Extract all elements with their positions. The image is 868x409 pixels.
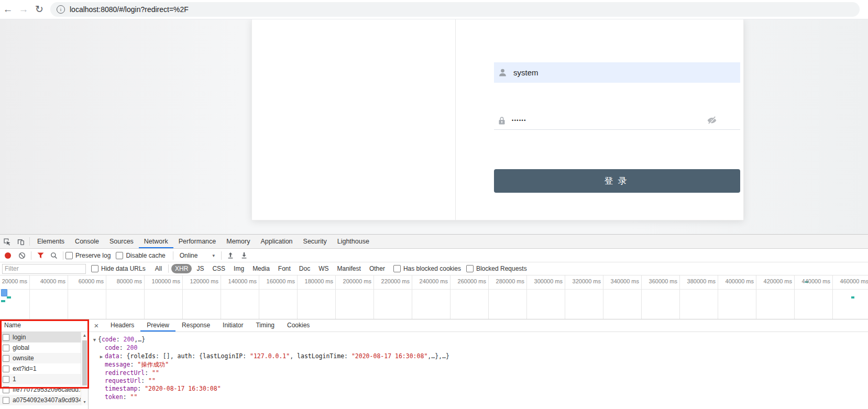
page-info-icon[interactable]: i	[57, 5, 65, 14]
devtools-tab-security[interactable]: Security	[298, 235, 332, 248]
devtools-tabs: ElementsConsoleSourcesNetworkPerformance…	[32, 235, 375, 249]
filter-type-media[interactable]: Media	[249, 264, 273, 273]
filter-type-font[interactable]: Font	[274, 264, 294, 273]
filter-type-ws[interactable]: WS	[315, 264, 332, 273]
preview-line[interactable]: ▶data: {roleIds: [], auth: {lastLoginIP:…	[91, 352, 868, 361]
request-list-scrollbar[interactable]: ▲ ▾	[81, 332, 88, 405]
request-checkbox[interactable]	[3, 376, 9, 383]
preview-line[interactable]: ▼{code: 200,…}	[91, 336, 868, 344]
devtools-tab-network[interactable]: Network	[139, 235, 173, 248]
preview-line[interactable]: requestUrl: ""	[91, 377, 868, 385]
user-icon	[498, 68, 507, 77]
timeline-tick-label: 160000 ms	[253, 278, 295, 284]
preview-line[interactable]: message: "操作成功"	[91, 361, 868, 369]
preview-line[interactable]: timestamp: "2020-08-17 16:30:08"	[91, 385, 868, 393]
json-token: ""	[152, 369, 159, 377]
devtools-panel: ElementsConsoleSourcesNetworkPerformance…	[0, 234, 868, 409]
devtools-tab-memory[interactable]: Memory	[221, 235, 255, 248]
filter-funnel-icon[interactable]	[34, 249, 47, 262]
login-button[interactable]: 登录	[494, 169, 740, 193]
disable-cache-checkbox[interactable]	[116, 252, 123, 259]
request-checkbox[interactable]	[3, 386, 9, 393]
request-list-panel: Name loginglobalownsiteext?id=11ffe77072…	[0, 319, 89, 409]
filter-type-css[interactable]: CSS	[208, 264, 229, 273]
detail-tab-preview[interactable]: Preview	[140, 319, 175, 331]
filter-type-xhr[interactable]: XHR	[171, 264, 192, 273]
record-button[interactable]	[5, 252, 11, 259]
detail-tab-headers[interactable]: Headers	[104, 319, 140, 331]
close-icon[interactable]: ×	[92, 321, 101, 330]
url-text[interactable]: localhost:8080/#/login?redirect=%2F	[70, 5, 189, 14]
devtools-tab-console[interactable]: Console	[70, 235, 104, 248]
request-row[interactable]: ownsite	[0, 353, 88, 363]
address-bar[interactable]: i localhost:8080/#/login?redirect=%2F	[50, 2, 860, 17]
toggle-password-visibility-icon[interactable]	[707, 115, 717, 126]
request-row[interactable]: 1	[0, 374, 88, 384]
filter-input[interactable]	[2, 264, 86, 274]
has-blocked-cookies-checkbox[interactable]	[393, 265, 401, 272]
import-har-icon[interactable]	[224, 249, 237, 262]
blocked-requests-label: Blocked Requests	[476, 265, 527, 272]
screen: ← → ↻ i localhost:8080/#/login?redirect=…	[0, 0, 868, 409]
preserve-log-checkbox[interactable]	[65, 252, 73, 259]
request-row[interactable]: login	[0, 332, 88, 342]
devtools-tab-lighthouse[interactable]: Lighthouse	[332, 235, 375, 248]
filter-type-doc[interactable]: Doc	[295, 264, 314, 273]
export-har-icon[interactable]	[237, 249, 251, 262]
blocked-requests-checkbox[interactable]	[466, 265, 474, 272]
scroll-down-icon[interactable]: ▾	[81, 400, 88, 404]
filter-type-js[interactable]: JS	[193, 264, 207, 273]
reload-button[interactable]: ↻	[31, 0, 47, 19]
username-field[interactable]: system	[494, 62, 740, 83]
disclosure-triangle[interactable]: ▼	[91, 336, 98, 344]
detail-tab-cookies[interactable]: Cookies	[281, 319, 316, 331]
json-token: message	[105, 361, 130, 368]
json-token: :	[116, 336, 124, 343]
request-checkbox[interactable]	[3, 345, 9, 351]
detail-tab-timing[interactable]: Timing	[249, 319, 281, 331]
preview-line[interactable]: redirectUrl: ""	[91, 369, 868, 377]
devtools-tab-elements[interactable]: Elements	[32, 235, 70, 248]
json-token: ,	[290, 352, 297, 360]
json-token: :	[119, 344, 127, 351]
back-button[interactable]: ←	[0, 0, 16, 19]
timeline-tick-label: 180000 ms	[291, 278, 333, 284]
password-field[interactable]: ••••••	[494, 112, 740, 130]
request-checkbox[interactable]	[3, 366, 9, 372]
request-name: 1	[13, 375, 16, 383]
preview-line[interactable]: token: ""	[91, 393, 868, 401]
timeline-tick-label: 280000 ms	[482, 278, 524, 284]
request-row[interactable]: global	[0, 342, 88, 353]
hide-data-urls-label: Hide data URLs	[101, 265, 146, 272]
hide-data-urls-checkbox[interactable]	[91, 265, 98, 272]
detail-tab-response[interactable]: Response	[175, 319, 216, 331]
devtools-tab-application[interactable]: Application	[255, 235, 298, 248]
request-list-header[interactable]: Name	[0, 319, 88, 332]
devtools-tab-performance[interactable]: Performance	[173, 235, 222, 248]
scroll-up-icon[interactable]: ▲	[81, 333, 88, 338]
preview-line[interactable]: code: 200	[91, 344, 868, 352]
filter-type-other[interactable]: Other	[366, 264, 389, 273]
inspect-element-icon[interactable]	[0, 235, 14, 248]
disclosure-triangle[interactable]: ▶	[98, 353, 105, 361]
filter-type-img[interactable]: Img	[230, 264, 248, 273]
filter-type-all[interactable]: All	[151, 264, 166, 273]
waterfall-mark	[1, 289, 7, 296]
request-row[interactable]: a0754092e3407a9cd934..	[0, 395, 88, 405]
detail-tab-initiator[interactable]: Initiator	[216, 319, 249, 331]
devtools-tab-sources[interactable]: Sources	[104, 235, 139, 248]
lock-icon	[498, 116, 506, 125]
search-icon[interactable]	[47, 249, 61, 262]
filter-type-manifest[interactable]: Manifest	[334, 264, 365, 273]
scrollbar-thumb[interactable]	[82, 340, 87, 385]
network-overview-timeline[interactable]: 20000 ms40000 ms60000 ms80000 ms100000 m…	[0, 275, 868, 319]
request-checkbox[interactable]	[3, 334, 9, 341]
throttling-dropdown[interactable]: Online ▾	[180, 252, 215, 259]
device-toolbar-icon[interactable]	[14, 235, 27, 248]
request-checkbox[interactable]	[3, 355, 9, 362]
clear-icon[interactable]	[15, 249, 29, 262]
request-row[interactable]: ffe770729532096caedd.h	[0, 384, 88, 395]
request-checkbox[interactable]	[3, 397, 9, 404]
forward-button[interactable]: →	[16, 0, 31, 19]
request-row[interactable]: ext?id=1	[0, 363, 88, 374]
